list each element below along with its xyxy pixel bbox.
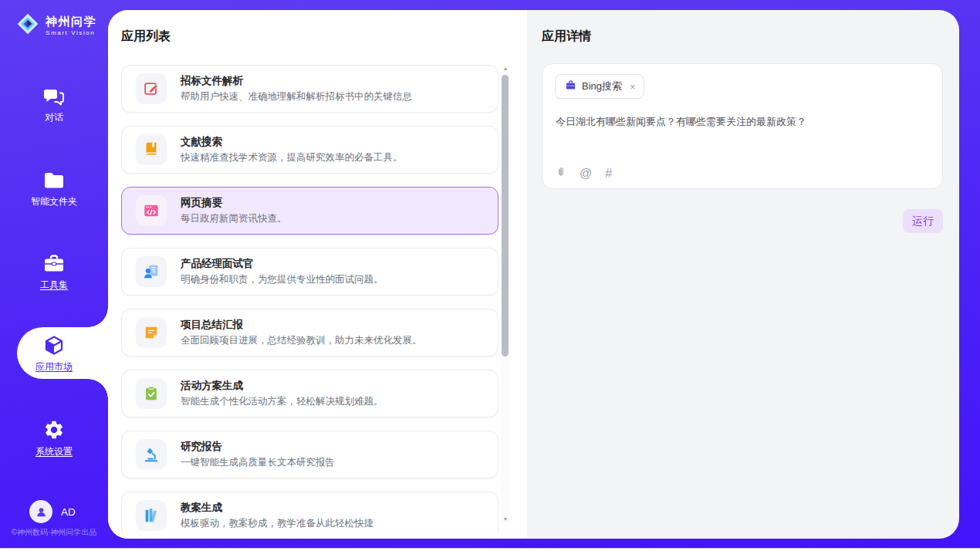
brand-name: 神州问学	[46, 15, 96, 28]
avatar	[29, 500, 52, 523]
chat-icon	[42, 85, 66, 108]
book-icon	[136, 134, 167, 165]
app-card-text: 研究报告一键智能生成高质量长文本研究报告	[181, 441, 335, 468]
document-edit-icon	[136, 73, 167, 104]
copyright: ©神州数码·神州问学出品	[0, 527, 108, 538]
app-frame: 神州问学 Smart Vision 对话智能文件夹工具集应用市场系统设置 AD …	[0, 0, 980, 549]
app-card-text: 网页摘要每日政府新闻资讯快查。	[181, 198, 287, 224]
sidebar-item-chat[interactable]: 对话	[0, 85, 108, 123]
app-card-title: 产品经理面试官	[181, 259, 384, 269]
app-card[interactable]: 产品经理面试官明确身份和职责，为您提供专业性的面试问题。	[121, 248, 498, 296]
sidebar-item-label: 系统设置	[0, 446, 108, 457]
microscope-icon	[136, 439, 167, 470]
app-list-pane: 应用列表 招标文件解析帮助用户快速、准确地理解和解析招标书中的关键信息文献搜索快…	[108, 10, 527, 539]
clipboard-check-icon	[136, 378, 167, 409]
sidebar-item-gear[interactable]: 系统设置	[0, 419, 108, 457]
app-card-title: 研究报告	[181, 441, 335, 452]
app-card-description: 智能生成个性化活动方案，轻松解决规划难题。	[181, 397, 384, 407]
app-card-description: 快速精准查找学术资源，提高研究效率的必备工具。	[181, 153, 403, 163]
app-card-description: 全面回顾项目进展，总结经验教训，助力未来优化发展。	[181, 336, 422, 346]
app-list: 招标文件解析帮助用户快速、准确地理解和解析招标书中的关键信息文献搜索快速精准查找…	[121, 65, 498, 532]
app-card[interactable]: 教案生成模板驱动，教案秒成，教学准备从此轻松快捷	[121, 492, 498, 532]
user-chip[interactable]: AD	[29, 500, 76, 523]
folder-icon	[42, 169, 66, 192]
app-detail-title: 应用详情	[542, 29, 591, 45]
app-card[interactable]: 网页摘要每日政府新闻资讯快查。	[121, 187, 498, 235]
brand-logo-icon	[15, 10, 40, 41]
app-card[interactable]: 项目总结汇报全面回顾项目进展，总结经验教训，助力未来优化发展。	[121, 309, 498, 357]
prompt-toolbar: @ #	[556, 165, 612, 181]
app-card[interactable]: 文献搜索快速精准查找学术资源，提高研究效率的必备工具。	[121, 126, 498, 174]
scrollbar[interactable]: ▲ ▼	[501, 65, 510, 523]
prompt-text[interactable]: 今日湖北有哪些新闻要点？有哪些需要关注的最新政策？	[556, 115, 930, 129]
sidebar-item-label: 工具集	[0, 279, 108, 290]
app-card[interactable]: 研究报告一键智能生成高质量长文本研究报告	[121, 431, 498, 478]
sidebar-item-label: 智能文件夹	[0, 196, 108, 207]
content-panel: 应用列表 招标文件解析帮助用户快速、准确地理解和解析招标书中的关键信息文献搜索快…	[108, 10, 959, 539]
brand-tagline: Smart Vision	[46, 29, 96, 36]
person-icon	[35, 505, 48, 519]
books-icon	[136, 500, 167, 531]
app-card-title: 活动方案生成	[181, 380, 384, 391]
app-card-title: 招标文件解析	[181, 76, 412, 86]
tool-tag-label: Bing搜索	[582, 79, 622, 93]
app-detail-pane: 应用详情 Bing搜索 × 今日湖北有哪些新闻要点？有哪些需要关注的最新政策？	[527, 10, 959, 539]
app-card-text: 产品经理面试官明确身份和职责，为您提供专业性的面试问题。	[181, 259, 384, 285]
sidebar-item-cube[interactable]: 应用市场	[0, 334, 108, 372]
toolbox-icon	[42, 252, 66, 276]
brand-logo: 神州问学 Smart Vision	[15, 10, 96, 41]
scrollbar-thumb[interactable]	[502, 75, 509, 357]
sidebar-item-toolbox[interactable]: 工具集	[0, 252, 108, 290]
scroll-up-arrow[interactable]: ▲	[501, 65, 510, 73]
prompt-card: Bing搜索 × 今日湖北有哪些新闻要点？有哪些需要关注的最新政策？ @ #	[542, 63, 943, 189]
run-button[interactable]: 运行	[903, 209, 943, 233]
tag-close-icon[interactable]: ×	[630, 81, 636, 93]
tool-tag[interactable]: Bing搜索 ×	[555, 74, 644, 99]
gear-icon	[43, 419, 65, 442]
app-card-title: 网页摘要	[181, 198, 287, 208]
app-card-description: 帮助用户快速、准确地理解和解析招标书中的关键信息	[181, 92, 412, 102]
app-list-title: 应用列表	[121, 29, 171, 45]
app-card-title: 项目总结汇报	[181, 319, 422, 330]
note-icon	[136, 317, 167, 348]
mention-icon[interactable]: @	[580, 167, 592, 181]
app-card-description: 模板驱动，教案秒成，教学准备从此轻松快捷	[181, 519, 373, 529]
app-card-description: 明确身份和职责，为您提供专业性的面试问题。	[181, 275, 384, 285]
app-card-text: 教案生成模板驱动，教案秒成，教学准备从此轻松快捷	[181, 502, 373, 529]
app-card-description: 每日政府新闻资讯快查。	[181, 214, 287, 224]
briefcase-icon	[565, 79, 576, 93]
hash-icon[interactable]: #	[605, 167, 612, 181]
app-card-text: 活动方案生成智能生成个性化活动方案，轻松解决规划难题。	[181, 380, 384, 407]
attachment-icon[interactable]	[556, 165, 566, 181]
app-card[interactable]: 招标文件解析帮助用户快速、准确地理解和解析招标书中的关键信息	[121, 65, 498, 113]
sidebar: 神州问学 Smart Vision 对话智能文件夹工具集应用市场系统设置 AD …	[0, 0, 108, 548]
app-card[interactable]: 活动方案生成智能生成个性化活动方案，轻松解决规划难题。	[121, 370, 498, 417]
app-card-title: 教案生成	[181, 502, 373, 513]
sidebar-item-label: 对话	[0, 112, 108, 123]
app-card-description: 一键智能生成高质量长文本研究报告	[181, 458, 335, 468]
app-card-text: 招标文件解析帮助用户快速、准确地理解和解析招标书中的关键信息	[181, 76, 412, 102]
scroll-down-arrow[interactable]: ▼	[501, 516, 510, 523]
sidebar-item-folder[interactable]: 智能文件夹	[0, 169, 108, 207]
interviewer-icon	[136, 256, 167, 287]
sidebar-item-label: 应用市场	[0, 361, 108, 372]
user-initials: AD	[61, 506, 76, 518]
app-card-text: 文献搜索快速精准查找学术资源，提高研究效率的必备工具。	[181, 137, 403, 163]
app-card-title: 文献搜索	[181, 137, 403, 147]
cube-icon	[42, 334, 66, 357]
app-card-text: 项目总结汇报全面回顾项目进展，总结经验教训，助力未来优化发展。	[181, 319, 422, 346]
browser-code-icon	[136, 195, 167, 226]
